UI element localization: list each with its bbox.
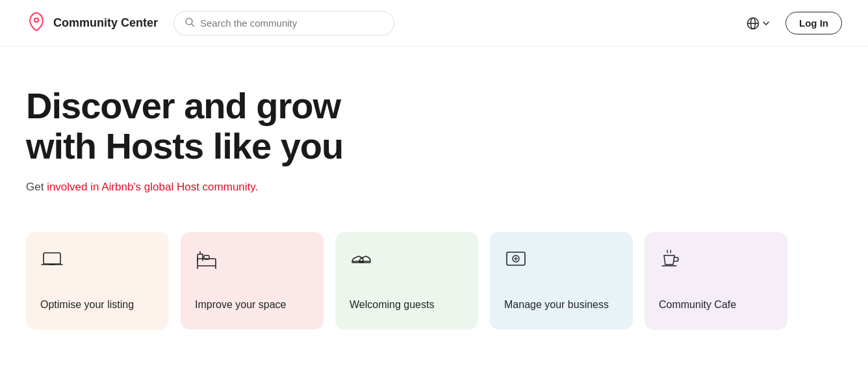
hero-section: Discover and growwith Hosts like you Get…: [0, 47, 585, 222]
search-bar[interactable]: [173, 11, 394, 36]
search-input[interactable]: [200, 18, 383, 29]
laptop-icon: [40, 248, 155, 274]
card-label-welcoming: Welcoming guests: [350, 298, 464, 312]
header-right: Log In: [741, 12, 842, 34]
language-button[interactable]: [741, 13, 775, 34]
card-welcoming[interactable]: Welcoming guests: [335, 232, 478, 330]
cards-section: Optimise your listing Improve your space: [0, 222, 868, 369]
search-icon: [185, 17, 195, 30]
card-label-manage: Manage your business: [504, 298, 619, 312]
card-cafe[interactable]: Community Cafe: [645, 232, 787, 330]
globe-icon: [747, 17, 760, 30]
logo[interactable]: Community Center: [26, 12, 158, 35]
card-optimise[interactable]: Optimise your listing: [26, 232, 169, 330]
login-button[interactable]: Log In: [785, 12, 842, 34]
svg-line-2: [192, 24, 194, 27]
card-manage[interactable]: Manage your business: [490, 232, 633, 330]
coffee-icon: [659, 248, 773, 274]
chevron-down-icon: [762, 20, 770, 27]
svg-point-0: [34, 18, 38, 22]
monitor-icon: [504, 248, 619, 274]
header: Community Center Log In: [0, 0, 868, 47]
hero-subtitle: Get involved in Airbnb's global Host com…: [26, 179, 559, 196]
card-label-improve: Improve your space: [195, 298, 309, 312]
card-improve[interactable]: Improve your space: [181, 232, 324, 330]
logo-text: Community Center: [53, 16, 158, 30]
airbnb-logo-icon: [26, 12, 47, 35]
card-label-optimise: Optimise your listing: [40, 298, 155, 312]
bed-icon: [195, 248, 309, 274]
svg-rect-6: [44, 253, 60, 264]
hero-link[interactable]: involved in Airbnb's global Host communi…: [47, 181, 258, 193]
hero-title: Discover and growwith Hosts like you: [26, 86, 559, 166]
slippers-icon: [350, 248, 464, 274]
card-label-cafe: Community Cafe: [659, 298, 773, 312]
